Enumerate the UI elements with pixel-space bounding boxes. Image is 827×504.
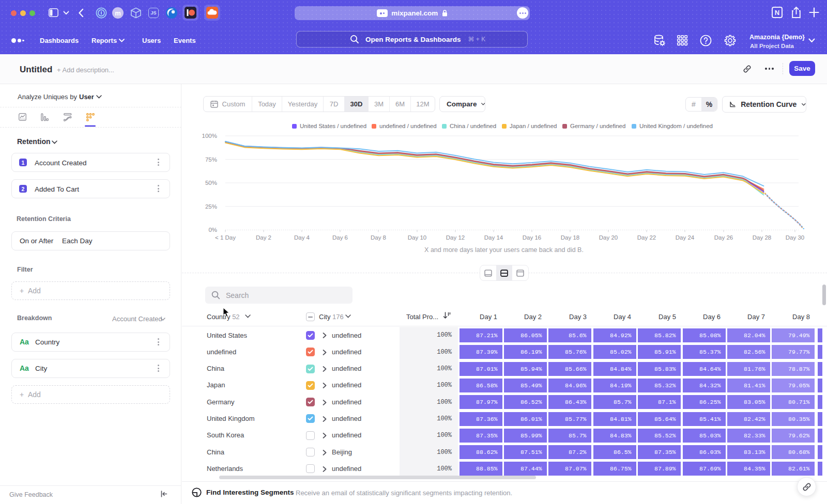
svg-text:75%: 75% bbox=[205, 156, 217, 163]
svg-text:Day 14: Day 14 bbox=[484, 234, 503, 241]
svg-text:< 1 Day: < 1 Day bbox=[215, 234, 236, 241]
svg-text:Day 6: Day 6 bbox=[332, 234, 348, 241]
svg-text:Day 16: Day 16 bbox=[523, 234, 541, 241]
svg-text:Day 26: Day 26 bbox=[714, 234, 733, 241]
svg-text:Day 10: Day 10 bbox=[408, 234, 426, 241]
svg-text:Day 2: Day 2 bbox=[256, 234, 271, 241]
svg-text:Day 4: Day 4 bbox=[294, 234, 310, 241]
svg-text:Day 22: Day 22 bbox=[637, 234, 656, 241]
svg-text:Day 18: Day 18 bbox=[561, 234, 579, 241]
svg-text:Day 28: Day 28 bbox=[753, 234, 771, 241]
svg-text:Day 8: Day 8 bbox=[371, 234, 386, 241]
svg-text:100%: 100% bbox=[202, 133, 217, 139]
svg-text:Day 30: Day 30 bbox=[786, 234, 804, 241]
svg-text:Day 24: Day 24 bbox=[676, 234, 695, 241]
svg-text:Day 12: Day 12 bbox=[446, 234, 465, 241]
svg-text:0%: 0% bbox=[208, 227, 217, 233]
svg-text:50%: 50% bbox=[205, 180, 217, 186]
svg-text:25%: 25% bbox=[205, 203, 217, 210]
svg-text:Day 20: Day 20 bbox=[599, 234, 618, 241]
